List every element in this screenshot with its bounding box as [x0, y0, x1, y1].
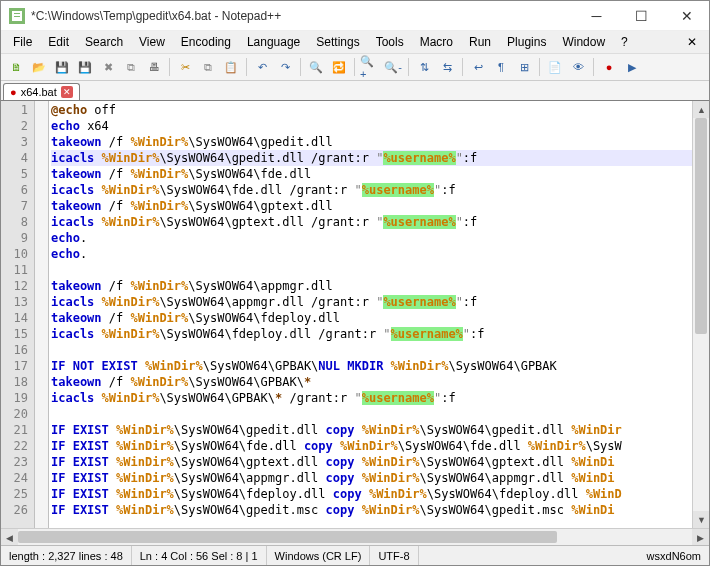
- menu-search[interactable]: Search: [77, 33, 131, 51]
- editor: 1234567891011121314151617181920212223242…: [1, 101, 709, 528]
- code-line[interactable]: takeown /f %WinDir%\SysWOW64\appmgr.dll: [51, 278, 692, 294]
- line-number-gutter: 1234567891011121314151617181920212223242…: [1, 101, 35, 528]
- status-encoding: UTF-8: [370, 546, 418, 565]
- find-icon[interactable]: 🔍: [305, 56, 327, 78]
- close-button[interactable]: ✕: [664, 1, 709, 30]
- menu-run[interactable]: Run: [461, 33, 499, 51]
- zoom-in-icon[interactable]: 🔍+: [359, 56, 381, 78]
- code-line[interactable]: [51, 406, 692, 422]
- menu-file[interactable]: File: [5, 33, 40, 51]
- code-line[interactable]: IF NOT EXIST %WinDir%\SysWOW64\GPBAK\NUL…: [51, 358, 692, 374]
- code-line[interactable]: takeown /f %WinDir%\SysWOW64\gpedit.dll: [51, 134, 692, 150]
- menu-settings[interactable]: Settings: [308, 33, 367, 51]
- menu-plugins[interactable]: Plugins: [499, 33, 554, 51]
- scroll-thumb-h[interactable]: [18, 531, 557, 543]
- unsaved-indicator-icon: ●: [10, 86, 17, 98]
- tab-label: x64.bat: [21, 86, 57, 98]
- menu-encoding[interactable]: Encoding: [173, 33, 239, 51]
- menu-edit[interactable]: Edit: [40, 33, 77, 51]
- scroll-right-icon[interactable]: ▶: [692, 529, 709, 546]
- menu-window[interactable]: Window: [554, 33, 613, 51]
- code-line[interactable]: IF EXIST %WinDir%\SysWOW64\gptext.dll co…: [51, 454, 692, 470]
- code-line[interactable]: echo x64: [51, 118, 692, 134]
- code-line[interactable]: takeown /f %WinDir%\SysWOW64\gptext.dll: [51, 198, 692, 214]
- code-area[interactable]: @echo offecho x64takeown /f %WinDir%\Sys…: [49, 101, 692, 528]
- undo-icon[interactable]: ↶: [251, 56, 273, 78]
- minimize-button[interactable]: ─: [574, 1, 619, 30]
- status-position: Ln : 4 Col : 56 Sel : 8 | 1: [132, 546, 267, 565]
- title-bar: *C:\Windows\Temp\gpedit\x64.bat - Notepa…: [1, 1, 709, 31]
- window-title: *C:\Windows\Temp\gpedit\x64.bat - Notepa…: [31, 9, 574, 23]
- vertical-scrollbar[interactable]: ▲ ▼: [692, 101, 709, 528]
- status-watermark: wsxdN6om: [419, 546, 709, 565]
- code-line[interactable]: IF EXIST %WinDir%\SysWOW64\appmgr.dll co…: [51, 470, 692, 486]
- code-line[interactable]: icacls %WinDir%\SysWOW64\fdeploy.dll /gr…: [51, 326, 692, 342]
- monitor-icon[interactable]: 👁: [567, 56, 589, 78]
- sync-v-icon[interactable]: ⇅: [413, 56, 435, 78]
- tab-close-icon[interactable]: ✕: [61, 86, 73, 98]
- code-line[interactable]: takeown /f %WinDir%\SysWOW64\fde.dll: [51, 166, 692, 182]
- tab-bar: ● x64.bat ✕: [1, 81, 709, 101]
- scroll-left-icon[interactable]: ◀: [1, 529, 18, 546]
- close-icon[interactable]: ✖: [97, 56, 119, 78]
- scroll-up-icon[interactable]: ▲: [693, 101, 709, 118]
- horizontal-scrollbar[interactable]: ◀ ▶: [1, 528, 709, 545]
- menu-tools[interactable]: Tools: [368, 33, 412, 51]
- code-line[interactable]: icacls %WinDir%\SysWOW64\gptext.dll /gra…: [51, 214, 692, 230]
- close-all-icon[interactable]: ⧉: [120, 56, 142, 78]
- zoom-out-icon[interactable]: 🔍-: [382, 56, 404, 78]
- save-all-icon[interactable]: 💾: [74, 56, 96, 78]
- code-line[interactable]: IF EXIST %WinDir%\SysWOW64\gpedit.dll co…: [51, 422, 692, 438]
- sync-h-icon[interactable]: ⇆: [436, 56, 458, 78]
- code-line[interactable]: [51, 342, 692, 358]
- save-icon[interactable]: 💾: [51, 56, 73, 78]
- code-line[interactable]: IF EXIST %WinDir%\SysWOW64\fdeploy.dll c…: [51, 486, 692, 502]
- menu-close-icon[interactable]: ✕: [679, 33, 705, 51]
- code-line[interactable]: icacls %WinDir%\SysWOW64\gpedit.dll /gra…: [51, 150, 692, 166]
- code-line[interactable]: takeown /f %WinDir%\SysWOW64\fdeploy.dll: [51, 310, 692, 326]
- scroll-down-icon[interactable]: ▼: [693, 511, 709, 528]
- code-line[interactable]: takeown /f %WinDir%\SysWOW64\GPBAK\*: [51, 374, 692, 390]
- fold-margin: [35, 101, 49, 528]
- paste-icon[interactable]: 📋: [220, 56, 242, 78]
- play-icon[interactable]: ▶: [621, 56, 643, 78]
- menu-language[interactable]: Language: [239, 33, 308, 51]
- menu-view[interactable]: View: [131, 33, 173, 51]
- status-eol: Windows (CR LF): [267, 546, 371, 565]
- wrap-icon[interactable]: ↩: [467, 56, 489, 78]
- svg-rect-2: [14, 13, 20, 14]
- menu-help[interactable]: ?: [613, 33, 636, 51]
- copy-icon[interactable]: ⧉: [197, 56, 219, 78]
- indent-guide-icon[interactable]: ⊞: [513, 56, 535, 78]
- redo-icon[interactable]: ↷: [274, 56, 296, 78]
- tab-x64-bat[interactable]: ● x64.bat ✕: [3, 83, 80, 100]
- code-line[interactable]: echo.: [51, 230, 692, 246]
- menu-bar: FileEditSearchViewEncodingLanguageSettin…: [1, 31, 709, 54]
- status-bar: length : 2,327 lines : 48 Ln : 4 Col : 5…: [1, 545, 709, 565]
- open-file-icon[interactable]: 📂: [28, 56, 50, 78]
- lang-icon[interactable]: 📄: [544, 56, 566, 78]
- code-line[interactable]: icacls %WinDir%\SysWOW64\GPBAK\* /grant:…: [51, 390, 692, 406]
- code-line[interactable]: IF EXIST %WinDir%\SysWOW64\fde.dll copy …: [51, 438, 692, 454]
- record-icon[interactable]: ●: [598, 56, 620, 78]
- cut-icon[interactable]: ✂: [174, 56, 196, 78]
- code-line[interactable]: [51, 262, 692, 278]
- new-file-icon[interactable]: 🗎: [5, 56, 27, 78]
- status-length: length : 2,327 lines : 48: [1, 546, 132, 565]
- menu-macro[interactable]: Macro: [412, 33, 461, 51]
- scroll-thumb-v[interactable]: [695, 118, 707, 334]
- code-line[interactable]: @echo off: [51, 102, 692, 118]
- print-icon[interactable]: 🖶: [143, 56, 165, 78]
- code-line[interactable]: icacls %WinDir%\SysWOW64\appmgr.dll /gra…: [51, 294, 692, 310]
- allchars-icon[interactable]: ¶: [490, 56, 512, 78]
- replace-icon[interactable]: 🔁: [328, 56, 350, 78]
- maximize-button[interactable]: ☐: [619, 1, 664, 30]
- svg-rect-3: [14, 16, 20, 17]
- code-line[interactable]: IF EXIST %WinDir%\SysWOW64\gpedit.msc co…: [51, 502, 692, 518]
- toolbar: 🗎📂💾💾✖⧉🖶✂⧉📋↶↷🔍🔁🔍+🔍-⇅⇆↩¶⊞📄👁●▶: [1, 54, 709, 81]
- code-line[interactable]: icacls %WinDir%\SysWOW64\fde.dll /grant:…: [51, 182, 692, 198]
- app-icon: [9, 8, 25, 24]
- code-line[interactable]: echo.: [51, 246, 692, 262]
